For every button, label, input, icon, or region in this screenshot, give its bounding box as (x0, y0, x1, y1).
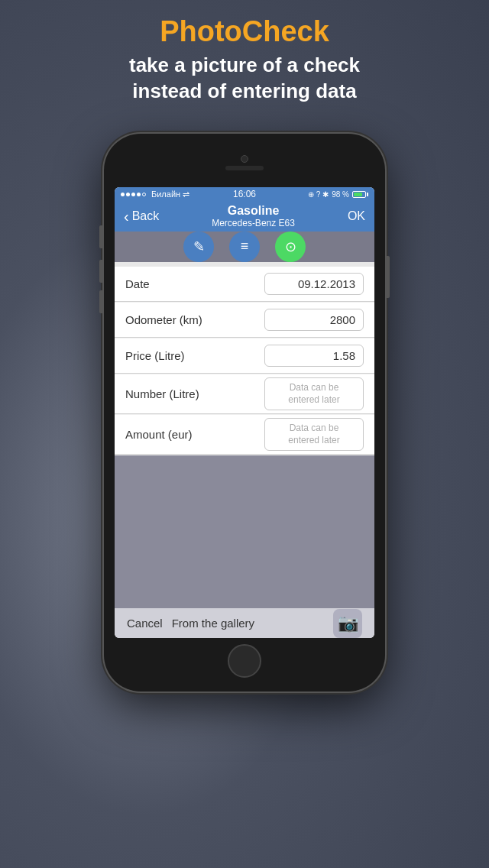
price-label: Price (Litre) (125, 349, 264, 362)
toolbar: ✎ ≡ ⊙ (115, 232, 374, 262)
number-row: Number (Litre) Data can beentered later (115, 374, 374, 414)
carrier-label: Билайн (151, 189, 180, 199)
signal-dot-2 (126, 193, 130, 196)
status-bar: Билайн ⇌ 16:06 ⊕ ? ✱ 98 % (115, 187, 374, 202)
signal-dots (121, 193, 146, 196)
form-area: Date 09.12.2013 Odometer (km) 2800 Price… (115, 267, 374, 455)
wifi-icon: ⇌ (183, 189, 189, 199)
camera-dot (241, 155, 248, 163)
signal-dot-1 (121, 193, 125, 196)
date-label: Date (125, 277, 264, 290)
nav-ok-button[interactable]: OK (348, 209, 365, 223)
app-title: PhotoCheck (0, 15, 489, 48)
price-value[interactable]: 1.58 (264, 345, 364, 367)
price-row: Price (Litre) 1.58 (115, 338, 374, 374)
odometer-row: Odometer (km) 2800 (115, 303, 374, 338)
date-row: Date 09.12.2013 (115, 267, 374, 302)
subtitle-line1: take a picture of a check (129, 53, 360, 76)
battery-body (352, 191, 366, 198)
odometer-label: Odometer (km) (125, 313, 264, 326)
subtitle: take a picture of a check instead of ent… (0, 53, 489, 105)
camera-gallery-icon: 📷 (338, 614, 358, 633)
screen-content: Билайн ⇌ 16:06 ⊕ ? ✱ 98 % (115, 187, 374, 638)
status-time: 16:06 (233, 189, 256, 199)
amount-value[interactable]: Data can beentered later (264, 418, 364, 451)
nav-title: Gasoline Mercedes-Benz E63 (159, 204, 348, 228)
date-value[interactable]: 09.12.2013 (264, 273, 364, 295)
top-text-area: PhotoCheck take a picture of a check ins… (0, 15, 489, 105)
odometer-value[interactable]: 2800 (264, 309, 364, 331)
nav-bar: ‹ Back Gasoline Mercedes-Benz E63 OK (115, 202, 374, 232)
list-icon: ≡ (241, 238, 249, 254)
number-label: Number (Litre) (125, 387, 264, 400)
signal-dot-3 (131, 193, 135, 196)
battery-icon (352, 191, 368, 198)
status-right: ⊕ ? ✱ 98 % (256, 190, 368, 199)
phone-screen: Билайн ⇌ 16:06 ⊕ ? ✱ 98 % (115, 187, 374, 638)
nav-title-sub: Mercedes-Benz E63 (159, 218, 348, 228)
nav-back-button[interactable]: ‹ Back (124, 209, 159, 224)
back-chevron-icon: ‹ (124, 209, 129, 224)
amount-label: Amount (eur) (125, 428, 264, 441)
battery-fill (354, 193, 362, 196)
signal-dot-4 (137, 193, 141, 196)
cancel-button[interactable]: Cancel (127, 617, 163, 630)
camera-button[interactable]: ⊙ (275, 232, 306, 262)
back-label: Back (132, 209, 160, 223)
battery-tip (367, 193, 368, 196)
icons-area: ⊕ ? ✱ (308, 190, 329, 199)
nav-title-main: Gasoline (159, 204, 348, 218)
camera-gallery-button[interactable]: 📷 (333, 609, 362, 638)
edit-icon: ✎ (193, 238, 205, 255)
edit-button[interactable]: ✎ (183, 232, 214, 262)
number-value[interactable]: Data can beentered later (264, 377, 364, 410)
home-button[interactable] (228, 644, 261, 678)
battery-percent: 98 % (332, 190, 349, 199)
phone-frame: Билайн ⇌ 16:06 ⊕ ? ✱ 98 % (104, 134, 385, 691)
list-button[interactable]: ≡ (229, 232, 260, 262)
subtitle-line2: instead of entering data (132, 79, 356, 102)
photo-area (115, 455, 374, 608)
status-left: Билайн ⇌ (121, 189, 233, 199)
camera-toolbar-icon: ⊙ (285, 238, 296, 255)
amount-row: Amount (eur) Data can beentered later (115, 415, 374, 455)
signal-dot-5 (142, 193, 146, 196)
bottom-toolbar: Cancel From the gallery 📷 (115, 608, 374, 638)
speaker (225, 166, 264, 170)
gallery-button[interactable]: From the gallery (172, 617, 254, 630)
